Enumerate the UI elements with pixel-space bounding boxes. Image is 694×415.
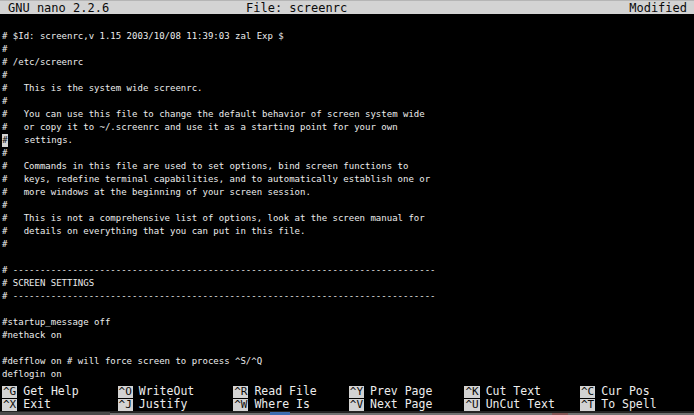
editor-line: # You can use this file to change the de… (2, 108, 694, 121)
shortcut-justify: ^JJustify (116, 398, 232, 411)
editor-line: # SCREEN SETTINGS (2, 277, 694, 290)
shortcut-cut-text: ^KCut Text (462, 385, 578, 398)
nano-version: GNU nano 2.2.6 (8, 1, 109, 15)
shortcut-label: UnCut Text (486, 398, 555, 411)
shortcut-get-help: ^GGet Help (0, 385, 116, 398)
editor-line: # (2, 199, 694, 212)
shortcut-key: ^U (464, 399, 479, 411)
shortcut-row: ^GGet Help^OWriteOut^RRead File^YPrev Pa… (0, 385, 694, 398)
shortcut-key: ^K (464, 386, 479, 398)
editor-line: # (2, 43, 694, 56)
shortcut-exit: ^XExit (0, 398, 116, 411)
shortcut-uncut-text: ^UUnCut Text (462, 398, 578, 411)
shortcut-label: Next Page (370, 398, 432, 411)
shortcut-where-is: ^WWhere Is (231, 398, 347, 411)
editor-line: # $Id: screenrc,v 1.15 2003/10/08 11:39:… (2, 30, 694, 43)
editor-area[interactable]: # $Id: screenrc,v 1.15 2003/10/08 11:39:… (0, 14, 694, 385)
editor-line: # /etc/screenrc (2, 56, 694, 69)
editor-line (2, 251, 694, 264)
desktop-edge-sliver (0, 411, 694, 415)
shortcut-label: Justify (139, 398, 187, 411)
shortcut-read-file: ^RRead File (231, 385, 347, 398)
cursor-block: # (2, 134, 8, 147)
shortcut-row: ^XExit^JJustify^WWhere Is^VNext Page^UUn… (0, 398, 694, 411)
shortcut-key: ^Y (349, 386, 364, 398)
shortcut-key: ^X (2, 399, 17, 411)
shortcut-writeout: ^OWriteOut (116, 385, 232, 398)
shortcut-key: ^O (118, 386, 133, 398)
shortcut-key: ^W (233, 399, 248, 411)
shortcut-key: ^G (2, 386, 17, 398)
shortcut-label: Cur Pos (601, 385, 649, 398)
shortcut-label: Where Is (254, 398, 309, 411)
editor-line: # Commands in this file are used to set … (2, 160, 694, 173)
modified-status: Modified (629, 1, 687, 15)
editor-line: # (2, 95, 694, 108)
shortcut-to-spell: ^TTo Spell (578, 398, 694, 411)
editor-line (2, 303, 694, 316)
editor-line: # (2, 147, 694, 160)
editor-line: #defflow on # will force screen to proce… (2, 355, 694, 368)
shortcut-label: Prev Page (370, 385, 432, 398)
editor-line: # (2, 69, 694, 82)
shortcut-key: ^R (233, 386, 248, 398)
shortcut-label: Get Help (23, 385, 78, 398)
shortcut-prev-page: ^YPrev Page (347, 385, 463, 398)
editor-line: # or copy it to ~/.screenrc and use it a… (2, 121, 694, 134)
editor-line: # This is the system wide screenrc. (2, 82, 694, 95)
editor-line: #startup_message off (2, 316, 694, 329)
editor-line: # --------------------------------------… (2, 290, 694, 303)
editor-line: #nethack on (2, 329, 694, 342)
shortcut-key: ^C (580, 386, 595, 398)
shortcut-key: ^J (118, 399, 133, 411)
editor-line: # --------------------------------------… (2, 264, 694, 277)
editor-line: # more windows at the beginning of your … (2, 186, 694, 199)
shortcut-label: To Spell (601, 398, 656, 411)
shortcut-key: ^T (580, 399, 595, 411)
editor-line: # This is not a comprehensive list of op… (2, 212, 694, 225)
editor-line: # keys, redefine terminal capabilities, … (2, 173, 694, 186)
shortcut-cur-pos: ^CCur Pos (578, 385, 694, 398)
shortcut-label: WriteOut (139, 385, 194, 398)
nano-titlebar: GNU nano 2.2.6 File: screenrc Modified (0, 0, 694, 14)
shortcut-key: ^V (349, 399, 364, 411)
file-title: File: screenrc (246, 1, 347, 15)
editor-line: deflogin on (2, 368, 694, 381)
editor-line: # (2, 238, 694, 251)
shortcut-bar: ^GGet Help^OWriteOut^RRead File^YPrev Pa… (0, 385, 694, 411)
shortcut-label: Cut Text (486, 385, 541, 398)
shortcut-label: Read File (254, 385, 316, 398)
editor-line (2, 342, 694, 355)
editor-line: # settings. (2, 134, 694, 147)
shortcut-label: Exit (23, 398, 51, 411)
terminal-window[interactable]: GNU nano 2.2.6 File: screenrc Modified #… (0, 0, 694, 415)
editor-line: # details on everything that you can put… (2, 225, 694, 238)
shortcut-next-page: ^VNext Page (347, 398, 463, 411)
